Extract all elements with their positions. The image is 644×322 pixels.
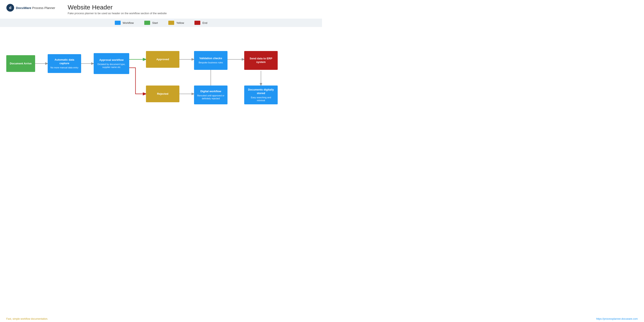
legend-yellow: Yellow bbox=[168, 21, 184, 25]
node-digital-wf-subtitle: Rerouted until approved or definitely re… bbox=[196, 94, 225, 100]
logo-text: DocuWare Process Planner bbox=[16, 6, 55, 10]
node-send-erp: Send data to ERP system bbox=[244, 51, 278, 70]
node-digital-wf-title: Digital workflow bbox=[200, 90, 221, 93]
legend-color-start bbox=[144, 21, 150, 25]
diagram-area: Document Arrive Automatic data capture N… bbox=[0, 27, 322, 130]
node-approval-wf-title: Approval workflow bbox=[99, 58, 124, 62]
page-title: Website Header bbox=[68, 4, 316, 11]
node-digital-wf: Digital workflow Rerouted until approved… bbox=[194, 86, 228, 104]
legend-label-start: Start bbox=[152, 21, 158, 24]
node-approved-title: Approved bbox=[156, 58, 169, 61]
node-approved: Approved bbox=[146, 51, 180, 68]
legend-label-end: End bbox=[202, 21, 207, 24]
node-auto-capture-title: Automatic data capture bbox=[50, 58, 78, 65]
node-auto-capture-subtitle: No more manual data entry bbox=[50, 66, 78, 69]
legend-color-end bbox=[194, 21, 200, 25]
node-docs-stored-title: Documents digitally stored bbox=[247, 88, 275, 95]
legend-end: End bbox=[194, 21, 207, 25]
node-rejected: Rejected bbox=[146, 86, 180, 102]
legend-label-workflow: Workflow bbox=[123, 21, 134, 24]
node-doc-arrive: Document Arrive bbox=[6, 55, 35, 72]
node-validation: Validation checks Bespoke business rules bbox=[194, 51, 228, 70]
node-validation-subtitle: Bespoke business rules bbox=[199, 61, 223, 64]
node-docs-stored-subtitle: Easy searching and retreival bbox=[247, 96, 275, 102]
node-rejected-title: Rejected bbox=[157, 92, 168, 96]
legend-start: Start bbox=[144, 21, 158, 25]
legend-workflow: Workflow bbox=[115, 21, 134, 25]
node-send-erp-title: Send data to ERP system bbox=[247, 57, 275, 64]
node-validation-title: Validation checks bbox=[199, 57, 222, 60]
svg-text:d: d bbox=[9, 6, 12, 10]
legend-bar: Workflow Start Yellow End bbox=[0, 18, 322, 27]
diagram-svg bbox=[0, 27, 322, 130]
node-approval-wf: Approval workflow Dictated by document t… bbox=[94, 53, 129, 74]
page-subtitle: Fake process planner to be used as heade… bbox=[68, 12, 316, 15]
node-approval-wf-subtitle: Dictated by document type, supplier name… bbox=[96, 63, 127, 69]
logo-area: d DocuWare Process Planner bbox=[6, 4, 55, 12]
node-docs-stored: Documents digitally stored Easy searchin… bbox=[244, 86, 278, 104]
legend-color-workflow bbox=[115, 21, 121, 25]
header-content: Website Header Fake process planner to b… bbox=[68, 4, 316, 15]
legend-label-yellow: Yellow bbox=[176, 21, 184, 24]
node-auto-capture: Automatic data capture No more manual da… bbox=[48, 54, 81, 73]
header: d DocuWare Process Planner Website Heade… bbox=[0, 0, 322, 17]
node-doc-arrive-title: Document Arrive bbox=[10, 62, 32, 66]
docuware-logo-icon: d bbox=[6, 4, 14, 12]
legend-color-yellow bbox=[168, 21, 174, 25]
